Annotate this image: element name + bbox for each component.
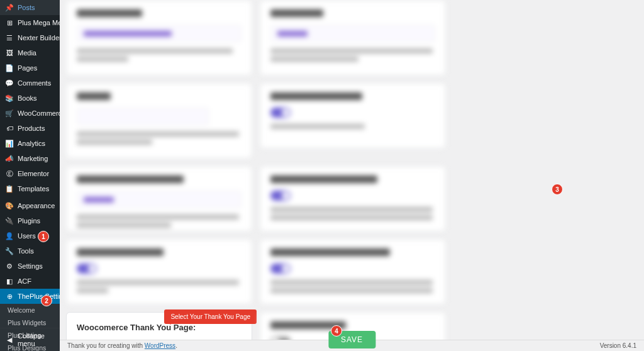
- sidebar-item-label: Products: [18, 125, 45, 132]
- sidebar-item-label: Media: [18, 49, 36, 57]
- sidebar-item-elementor[interactable]: ⒺElementor: [0, 166, 60, 181]
- sidebar-item-label: Comments: [18, 79, 51, 87]
- wordpress-link[interactable]: WordPress: [145, 342, 175, 349]
- sidebar-item-label: Templates: [18, 185, 49, 192]
- settings-card: [260, 166, 446, 231]
- sidebar-item-label: Elementor: [18, 170, 49, 177]
- sidebar-item-label: Books: [18, 94, 37, 102]
- sidebar-item-label: Plugins: [18, 217, 40, 225]
- settings-card: [66, 166, 252, 231]
- menu-icon: Ⓔ: [5, 169, 14, 178]
- sidebar-item-templates[interactable]: 📋Templates: [0, 181, 60, 196]
- sidebar-item-label: ThePlus Settings: [18, 292, 60, 300]
- submenu-welcome[interactable]: Welcome: [0, 304, 60, 316]
- sidebar-item-posts[interactable]: 📌Posts: [0, 0, 60, 15]
- menu-icon: ⚙: [5, 262, 14, 270]
- sidebar-item-label: Marketing: [18, 155, 48, 162]
- menu-icon: 🏷: [5, 124, 14, 133]
- sidebar-item-label: WooCommerce: [18, 109, 60, 117]
- menu-icon: 🔧: [5, 247, 14, 255]
- sidebar-item-analytics[interactable]: 📊Analytics: [0, 136, 60, 151]
- sidebar-item-marketing[interactable]: 📣Marketing: [0, 151, 60, 166]
- sidebar-item-settings[interactable]: ⚙Settings: [0, 259, 60, 274]
- sidebar-item-woocommerce[interactable]: 🛒WooCommerce: [0, 106, 60, 121]
- sidebar-item-acf[interactable]: ◧ACF: [0, 274, 60, 289]
- sidebar-item-label: Settings: [18, 262, 43, 270]
- marker-4: 4: [331, 325, 342, 337]
- menu-icon: 👤: [5, 231, 14, 240]
- menu-icon: 🖼: [5, 48, 14, 57]
- sidebar-item-plugins[interactable]: 🔌Plugins: [0, 213, 60, 228]
- menu-icon: 📄: [5, 64, 14, 72]
- sidebar-item-tools[interactable]: 🔧Tools: [0, 243, 60, 259]
- settings-card: [260, 0, 446, 75]
- sidebar-item-plus-mega-menu[interactable]: ⊞Plus Mega Menu: [0, 15, 60, 30]
- tooltip-callout: Select Your Thank You Page: [164, 309, 257, 324]
- menu-icon: ⊞: [5, 18, 14, 27]
- footer-version: Version 6.4.1: [600, 342, 636, 349]
- sidebar-item-appearance[interactable]: 🎨Appearance: [0, 198, 60, 213]
- sidebar-item-nexter-builder[interactable]: ☰Nexter Builder: [0, 30, 60, 45]
- settings-card: [66, 83, 252, 159]
- footer-credit: Thank you for creating with WordPress.: [67, 342, 177, 349]
- sidebar-item-label: Posts: [18, 4, 35, 11]
- settings-card: [66, 239, 252, 304]
- submenu-plus-widgets[interactable]: Plus Widgets: [0, 316, 60, 329]
- menu-icon: ☰: [5, 33, 14, 42]
- menu-icon: 💬: [5, 79, 14, 87]
- menu-icon: 🛒: [5, 109, 14, 118]
- menu-icon: 🎨: [5, 201, 14, 210]
- plus-icon: ⊕: [5, 292, 14, 301]
- sidebar-item-label: Users: [18, 232, 36, 240]
- sidebar-item-label: ACF: [18, 277, 31, 285]
- menu-icon: 📊: [5, 139, 14, 148]
- menu-icon: 📌: [5, 3, 14, 12]
- settings-card: [66, 0, 252, 75]
- collapse-menu-button[interactable]: ◀ Collapse menu: [0, 328, 60, 351]
- sidebar-item-users[interactable]: 👤Users: [0, 228, 60, 243]
- menu-icon: 📋: [5, 184, 14, 193]
- marker-2: 2: [41, 295, 52, 306]
- menu-icon: ◧: [5, 277, 14, 286]
- marker-3: 3: [552, 184, 563, 195]
- sidebar-item-books[interactable]: 📚Books: [0, 91, 60, 106]
- card-title: Woocomerce Thank You Page:: [77, 323, 242, 332]
- sidebar-item-comments[interactable]: 💬Comments: [0, 75, 60, 91]
- menu-icon: 📚: [5, 94, 14, 103]
- settings-card: [260, 83, 446, 148]
- sidebar-item-label: Appearance: [18, 202, 55, 209]
- sidebar-item-label: Plus Mega Menu: [18, 19, 60, 26]
- sidebar-item-label: Nexter Builder: [18, 34, 60, 42]
- sidebar-item-label: Pages: [18, 64, 37, 72]
- settings-card: [260, 239, 446, 304]
- collapse-icon: ◀: [5, 335, 14, 344]
- sidebar-item-label: Analytics: [18, 140, 45, 147]
- sidebar-item-media[interactable]: 🖼Media: [0, 45, 60, 60]
- sidebar-item-pages[interactable]: 📄Pages: [0, 60, 60, 75]
- menu-icon: 📣: [5, 154, 14, 163]
- sidebar-item-products[interactable]: 🏷Products: [0, 121, 60, 136]
- collapse-label: Collapse menu: [18, 332, 55, 347]
- main-content: Select Your Thank You Page Woocomerce Th…: [60, 0, 644, 351]
- marker-1: 1: [38, 231, 49, 242]
- sidebar-item-label: Tools: [18, 247, 34, 255]
- menu-icon: 🔌: [5, 216, 14, 225]
